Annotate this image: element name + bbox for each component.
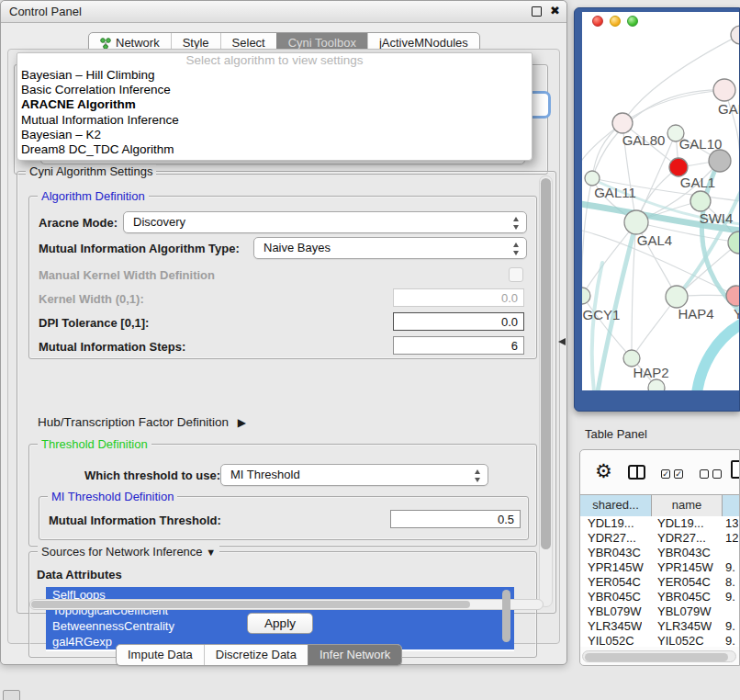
hub-definition-toggle[interactable]: Hub/Transcription Factor Definition ▶ (38, 415, 246, 429)
table-header-cell[interactable]: name (652, 495, 723, 516)
algorithm-dropdown-popup: Select algorithm to view settings Bayesi… (17, 52, 533, 161)
network-node[interactable] (582, 288, 590, 304)
network-node[interactable] (690, 191, 711, 211)
attribute-list-scrollbar-thumb[interactable] (502, 590, 510, 642)
bottom-tab-discretize-data[interactable]: Discretize Data (204, 645, 308, 665)
checked-checkbox-icon[interactable]: ✓ (674, 469, 683, 479)
table-row[interactable]: YPR145WYPR145W9. (580, 560, 740, 575)
network-node-label: HAP4 (678, 306, 713, 322)
gear-icon[interactable]: ⚙ (595, 462, 612, 480)
mi-algorithm-type-label: Mutual Information Algorithm Type: (39, 242, 240, 255)
manual-kernel-width-checkbox[interactable] (509, 267, 523, 282)
mi-algorithm-type-combo[interactable]: Naive Bayes (253, 237, 527, 259)
network-node[interactable] (726, 286, 739, 306)
popup-item[interactable]: Mutual Information Inference (17, 113, 532, 128)
network-node-label: GAL10 (679, 136, 723, 152)
aracne-mode-combo[interactable]: Discovery (123, 211, 527, 233)
bottom-tab-label: Impute Data (128, 645, 193, 665)
popup-item[interactable]: Bayesian – K2 (17, 128, 532, 142)
network-node[interactable] (624, 210, 648, 234)
which-threshold-combo[interactable]: MI Threshold (220, 464, 488, 486)
table-row[interactable]: YDL19...YDL19...13 (580, 516, 740, 531)
bottom-tab-label: Infer Network (320, 645, 390, 665)
settings-vertical-scrollbar-thumb[interactable] (541, 178, 551, 549)
popup-item[interactable]: Basic Correlation Inference (17, 83, 532, 97)
data-attributes-label: Data Attributes (37, 568, 122, 581)
table-row[interactable]: YER054CYER054C8. (580, 575, 740, 590)
unchecked-checkbox-icon[interactable] (712, 469, 722, 479)
network-node-label: SWI4 (700, 210, 734, 226)
bottom-tab-impute-data[interactable]: Impute Data (117, 645, 204, 665)
network-view-window[interactable]: GALGAL80GAL10GAL1GAL11SWI4GAL4GCY1HAP4YH… (574, 7, 740, 412)
sources-legend-label: Sources for Network Inference (41, 545, 203, 559)
network-node[interactable] (709, 150, 731, 172)
table-cell: YDR27... (657, 531, 706, 546)
table-cell: YDL19... (588, 516, 634, 531)
popup-item[interactable]: Dream8 DC_TDC Algorithm (17, 142, 532, 157)
table-cell: YBR045C (588, 590, 641, 604)
table-cell: 9. (725, 634, 735, 647)
mi-threshold-label: Mutual Information Threshold: (49, 514, 221, 527)
dock-chip[interactable] (3, 690, 20, 700)
file-icon[interactable] (731, 460, 740, 479)
kernel-width-label: Kernel Width (0,1): (39, 292, 144, 306)
dpi-tolerance-label: DPI Tolerance [0,1]: (39, 316, 149, 330)
threshold-definition-group: Threshold Definition Which threshold to … (28, 444, 537, 547)
mi-threshold-group: MI Threshold Definition Mutual Informati… (39, 496, 529, 540)
network-node[interactable] (612, 113, 633, 133)
checked-checkbox-icon[interactable]: ✓ (661, 469, 670, 479)
network-canvas[interactable]: GALGAL80GAL10GAL1GAL11SWI4GAL4GCY1HAP4YH… (582, 12, 739, 390)
table-panel-title: Table Panel (585, 427, 647, 441)
table-cell: YIL052C (588, 634, 634, 647)
network-node[interactable] (731, 26, 739, 44)
table-header-cell[interactable]: A (723, 495, 740, 516)
mi-threshold-legend: MI Threshold Definition (48, 490, 177, 503)
table-header-cell[interactable]: shared... (580, 495, 652, 516)
popup-item[interactable]: ARACNE Algorithm (17, 97, 532, 112)
settings-vertical-scrollbar[interactable] (539, 175, 553, 607)
table-horizontal-scrollbar-thumb[interactable] (585, 653, 728, 661)
combo-spinner-icon (513, 242, 520, 256)
hub-definition-label: Hub/Transcription Factor Definition (38, 415, 229, 429)
table-horizontal-scrollbar[interactable] (582, 650, 736, 662)
table-row[interactable]: YBR045CYBR045C9. (580, 590, 740, 604)
close-icon[interactable]: ✖ (550, 4, 560, 17)
table-cell: YDL19... (657, 516, 704, 531)
sources-legend[interactable]: Sources for Network Inference ▼ (38, 545, 219, 559)
mi-threshold-field[interactable]: 0.5 (390, 510, 521, 528)
network-icon (100, 38, 111, 50)
unchecked-checkbox-icon[interactable] (700, 469, 709, 479)
apply-button[interactable]: Apply (247, 613, 313, 634)
table-cell: 9. (725, 560, 735, 575)
dpi-tolerance-field[interactable]: 0.0 (393, 312, 524, 331)
network-node[interactable] (666, 286, 688, 308)
cyni-settings-legend: Cyni Algorithm Settings (26, 164, 156, 178)
settings-horizontal-scrollbar-thumb[interactable] (31, 601, 470, 608)
settings-horizontal-scrollbar[interactable] (29, 599, 544, 610)
mi-steps-label: Mutual Information Steps: (39, 340, 185, 354)
table-row[interactable]: YLR345WYLR345W9. (580, 619, 740, 634)
popup-item[interactable]: Bayesian – Hill Climbing (17, 68, 532, 83)
network-node-label: GAL11 (594, 185, 636, 200)
table-row[interactable]: YBR043CYBR043C (580, 546, 740, 560)
network-node[interactable] (713, 79, 735, 101)
algorithm-definition-legend: Algorithm Definition (38, 189, 149, 203)
network-node[interactable] (585, 171, 600, 186)
network-node-label: Y (734, 306, 739, 322)
kernel-width-field[interactable]: 0.0 (393, 288, 524, 307)
split-columns-icon[interactable] (628, 465, 645, 480)
table-row[interactable]: YIL052CYIL052C9. (580, 634, 740, 647)
network-edge (582, 178, 592, 296)
table-cell: YBL079W (657, 604, 712, 619)
bottom-tab-infer-network[interactable]: Infer Network (308, 645, 401, 665)
threshold-definition-legend: Threshold Definition (38, 437, 151, 451)
table-cell: YPR145W (657, 560, 713, 575)
network-edge-thick (697, 324, 739, 390)
table-row[interactable]: YBL079WYBL079W (580, 604, 740, 619)
table-row[interactable]: YDR27...YDR27...12 (580, 531, 740, 546)
mi-steps-field[interactable]: 6 (393, 336, 524, 355)
float-window-icon[interactable] (532, 6, 542, 17)
network-node[interactable] (648, 379, 665, 390)
network-node[interactable] (669, 158, 688, 176)
table-cell: YBR043C (588, 546, 641, 560)
